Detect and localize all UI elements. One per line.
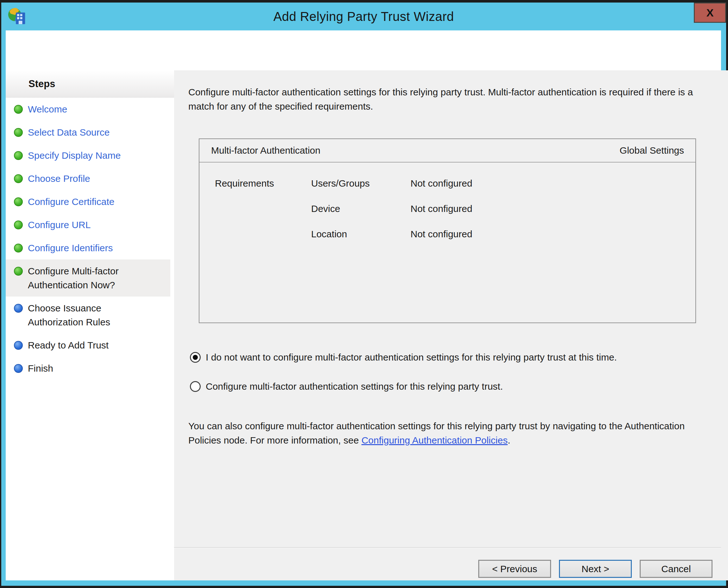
sidebar-item-configure-identifiers[interactable]: Configure Identifiers: [6, 236, 170, 259]
screenshot-root: Add Relying Party Trust Wizard X Steps W…: [0, 0, 728, 588]
step-label: Select Data Source: [28, 125, 110, 140]
step-upcoming-icon: [14, 341, 23, 350]
client-area: Steps Welcome Select Data Source: [6, 30, 721, 581]
step-label: Specify Display Name: [28, 149, 120, 163]
requirements-label-spacer: [215, 203, 311, 215]
sidebar-item-configure-certificate[interactable]: Configure Certificate: [6, 190, 170, 213]
radio-label: Configure multi-factor authentication se…: [206, 381, 503, 392]
sidebar-item-finish: Finish: [6, 357, 170, 380]
close-button[interactable]: X: [694, 2, 726, 23]
footnote: You can also configure multi-factor auth…: [188, 419, 700, 447]
steps-heading: Steps: [6, 70, 174, 98]
requirement-name: Device: [311, 203, 411, 215]
sidebar-item-select-data-source[interactable]: Select Data Source: [6, 121, 170, 144]
mfa-panel-header: Multi-factor Authentication Global Setti…: [199, 139, 696, 163]
steps-sidebar: Steps Welcome Select Data Source: [6, 70, 174, 581]
footnote-period: .: [508, 435, 510, 445]
step-completed-icon: [14, 267, 23, 276]
mfa-requirements-table: Requirements Users/Groups Not configured…: [199, 163, 696, 240]
radio-selected-icon[interactable]: [190, 352, 201, 363]
sidebar-item-welcome[interactable]: Welcome: [6, 98, 170, 121]
window-title: Add Relying Party Trust Wizard: [1, 2, 726, 30]
mfa-choice-radio-group: I do not want to configure multi-factor …: [190, 352, 717, 392]
global-settings-label: Global Settings: [620, 145, 684, 156]
steps-heading-label: Steps: [28, 78, 55, 90]
step-label: Ready to Add Trust: [28, 338, 109, 352]
step-completed-icon: [14, 128, 23, 137]
sidebar-item-choose-issuance-authorization-rules: Choose Issuance Authorization Rules: [6, 296, 170, 334]
step-label: Welcome: [28, 102, 67, 116]
step-description: Configure multi-factor authentication se…: [188, 85, 717, 113]
requirement-name: Users/Groups: [311, 177, 411, 190]
step-label: Choose Profile: [28, 172, 90, 186]
requirements-label-spacer: [215, 228, 311, 240]
step-completed-icon: [14, 197, 23, 206]
step-label: Finish: [28, 361, 53, 375]
radio-unselected-icon[interactable]: [190, 381, 201, 392]
sidebar-item-configure-mfa-now: Configure Multi-factor Authentication No…: [6, 259, 170, 296]
sidebar-item-specify-display-name[interactable]: Specify Display Name: [6, 144, 170, 167]
step-completed-icon: [14, 151, 23, 160]
wizard-footer: < Previous Next > Cancel: [174, 547, 721, 581]
step-label: Choose Issuance Authorization Rules: [28, 301, 145, 329]
requirement-value: Not configured: [411, 177, 696, 190]
sidebar-item-ready-to-add-trust: Ready to Add Trust: [6, 334, 170, 357]
wizard-body: Steps Welcome Select Data Source: [6, 70, 721, 581]
radio-configure-mfa[interactable]: Configure multi-factor authentication se…: [190, 381, 717, 392]
radio-label: I do not want to configure multi-factor …: [206, 352, 617, 363]
wizard-header-band: [6, 30, 721, 70]
wizard-window: Add Relying Party Trust Wizard X Steps W…: [1, 2, 726, 586]
steps-list: Welcome Select Data Source Specify Displ…: [6, 98, 174, 380]
step-label: Configure Identifiers: [28, 241, 113, 255]
sidebar-item-configure-url[interactable]: Configure URL: [6, 213, 170, 236]
mfa-panel-title: Multi-factor Authentication: [211, 145, 320, 156]
step-content-pane: Configure multi-factor authentication se…: [174, 70, 728, 581]
step-label: Configure URL: [28, 218, 90, 232]
step-completed-icon: [14, 244, 23, 252]
step-upcoming-icon: [14, 304, 23, 313]
step-completed-icon: [14, 105, 23, 114]
sidebar-item-choose-profile[interactable]: Choose Profile: [6, 167, 170, 190]
requirements-label: Requirements: [215, 177, 311, 190]
requirement-value: Not configured: [411, 228, 696, 240]
step-label-current: Configure Multi-factor Authentication No…: [28, 264, 145, 292]
step-completed-icon: [14, 174, 23, 183]
next-button[interactable]: Next >: [559, 560, 632, 578]
previous-button[interactable]: < Previous: [478, 560, 551, 578]
requirement-value: Not configured: [411, 203, 696, 215]
requirement-name: Location: [311, 228, 411, 240]
titlebar: Add Relying Party Trust Wizard X: [1, 2, 726, 30]
cancel-button[interactable]: Cancel: [640, 560, 712, 578]
step-upcoming-icon: [14, 364, 23, 373]
configuring-authentication-policies-link[interactable]: Configuring Authentication Policies: [361, 435, 508, 445]
mfa-settings-panel: Multi-factor Authentication Global Setti…: [199, 139, 696, 323]
radio-do-not-configure-mfa[interactable]: I do not want to configure multi-factor …: [190, 352, 717, 363]
step-label: Configure Certificate: [28, 195, 114, 209]
step-completed-icon: [14, 220, 23, 229]
